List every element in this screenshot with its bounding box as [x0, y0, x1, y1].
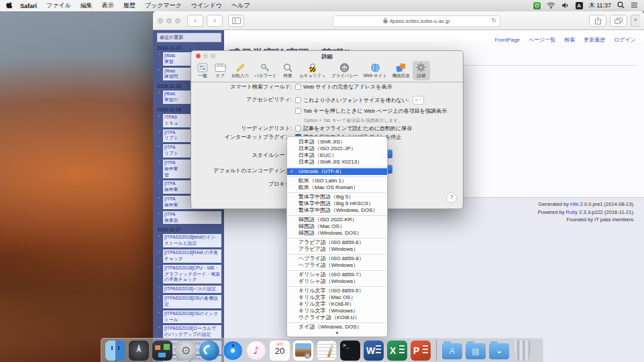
encoding-menu-item[interactable]: [288, 322, 386, 323]
menu-bar-item[interactable]: 履歴: [119, 1, 140, 10]
sidebar-link[interactable]: [ITPA 換事前: [163, 211, 221, 225]
applications-folder-icon[interactable]: A: [442, 343, 462, 359]
encoding-menu-item[interactable]: [288, 192, 386, 193]
system-preferences-icon[interactable]: ⚙: [176, 341, 196, 361]
finder-icon[interactable]: [105, 341, 125, 361]
tab-privacy[interactable]: プライバシー: [329, 62, 361, 80]
sidebar-link[interactable]: [ITPASS2018]RAM の不良チェック: [163, 249, 221, 263]
itunes-icon[interactable]: ♪: [246, 341, 266, 361]
wiki-nav-link[interactable]: ログイン: [614, 37, 636, 43]
notification-center-icon[interactable]: [631, 2, 638, 9]
encoding-menu-item[interactable]: 韓国語（Mac OS）: [287, 223, 387, 230]
trash-icon[interactable]: [513, 341, 533, 361]
back-button[interactable]: ‹: [187, 15, 203, 27]
window-zoom-button[interactable]: [175, 18, 180, 23]
encoding-menu-item[interactable]: [288, 238, 386, 239]
encoding-menu-item[interactable]: 日本語（Shift JIS X0213）: [287, 159, 387, 166]
dialog-close-button[interactable]: [196, 54, 201, 58]
tab-overview-button[interactable]: [610, 15, 627, 27]
checkbox-min-font-size[interactable]: [295, 97, 301, 103]
encoding-menu-item[interactable]: Unicode（UTF-8）: [287, 168, 387, 175]
menu-bar-item[interactable]: ブックマーク: [140, 1, 186, 10]
encoding-menu-item[interactable]: キリル文字（Mac OS）: [287, 294, 387, 301]
tab-tabs[interactable]: タブ: [211, 62, 229, 80]
wifi-icon[interactable]: [547, 2, 555, 10]
encoding-menu-item[interactable]: 日本語（Shift JIS）: [287, 139, 387, 145]
tab-autofill[interactable]: 自動入力: [229, 62, 252, 80]
tab-general[interactable]: 一般: [194, 62, 211, 80]
window-minimize-button[interactable]: [166, 18, 172, 23]
font-size-select[interactable]: 9▼: [413, 96, 423, 105]
menu-bar-item[interactable]: ウインドウ: [186, 1, 227, 10]
tab-advanced[interactable]: 詳細: [413, 61, 430, 80]
word-icon[interactable]: W: [364, 341, 384, 361]
spotlight-icon[interactable]: [617, 1, 625, 10]
sidebar-link[interactable]: [ITPASS2018]パスの設定: [163, 286, 221, 293]
encoding-menu-item[interactable]: キリル文字（KOI8-R）: [287, 301, 387, 308]
encoding-menu-item[interactable]: 韓国語（ISO 2022-KR）: [287, 217, 387, 223]
encoding-menu-item[interactable]: ヘブライ語（Windows）: [287, 262, 387, 269]
encoding-menu-item[interactable]: [288, 176, 386, 177]
sidebar-link[interactable]: [ITPASS2018]bindのインストールと設定: [163, 234, 221, 247]
documents-folder-icon[interactable]: ▤: [466, 343, 486, 359]
menu-bar-item[interactable]: 表示: [97, 1, 119, 10]
textedit-icon[interactable]: [317, 341, 337, 361]
wiki-nav-link[interactable]: ページ一覧: [529, 37, 555, 43]
encoding-menu-item[interactable]: ヘブライ語（ISO 8859-8）: [287, 255, 387, 262]
terminal-icon[interactable]: >_: [340, 341, 360, 361]
new-tab-button[interactable]: +: [631, 15, 640, 27]
menu-scroll-down-indicator[interactable]: ▼: [287, 330, 387, 336]
checkbox-full-address[interactable]: [295, 84, 301, 90]
apple-menu-icon[interactable]: [6, 1, 14, 10]
safari-icon[interactable]: [223, 341, 243, 361]
powerpoint-icon[interactable]: P: [411, 341, 431, 361]
encoding-menu-item[interactable]: 繁体字中国語（Windows, DOS）: [287, 207, 387, 214]
thunderbird-icon[interactable]: [199, 341, 219, 361]
reload-icon[interactable]: ↻: [491, 17, 496, 23]
encoding-menu-item[interactable]: アラビア語（ISO 8859-6）: [287, 239, 387, 246]
footer-link[interactable]: Hiki: [570, 201, 579, 207]
downloads-folder-icon[interactable]: ◒: [489, 343, 509, 359]
encoding-menu-item[interactable]: 繁体字中国語（Big 5 HKSCS）: [287, 200, 387, 207]
excel-icon[interactable]: X: [387, 341, 407, 361]
checkbox-offline-reading[interactable]: [295, 125, 301, 131]
encoding-menu-item[interactable]: 日本語（EUC）: [287, 152, 387, 159]
encoding-menu-item[interactable]: ウクライナ語（KOI8-U）: [287, 314, 387, 321]
volume-icon[interactable]: [561, 2, 570, 10]
encoding-menu-item[interactable]: ギリシャ語（ISO 8859-7）: [287, 272, 387, 278]
sidebar-link[interactable]: [ITPASS2018]ローカルでのバックアップの設定: [163, 325, 221, 339]
menu-bar-clock[interactable]: 木 11:37: [589, 1, 611, 10]
sidebar-toggle-button[interactable]: [228, 15, 244, 27]
encoding-menu-item[interactable]: キリル文字（ISO 8859-5）: [287, 288, 387, 294]
tab-websites[interactable]: Web サイト: [361, 62, 390, 80]
encoding-menu-item[interactable]: タイ語（Windows, DOS）: [287, 324, 387, 330]
menu-bar-item[interactable]: 編集: [76, 1, 97, 10]
forward-button[interactable]: ›: [207, 15, 223, 27]
sidebar-link[interactable]: [ITPASS2018]OSの各種設定: [163, 295, 221, 308]
tab-security[interactable]: セキュリティ: [297, 62, 329, 80]
share-button[interactable]: [589, 15, 606, 27]
menu-bar-item[interactable]: ファイル: [42, 1, 76, 10]
sidebar-link[interactable]: [ITPASS2018]OSのインストール: [163, 310, 221, 324]
wiki-nav-link[interactable]: FrontPage: [495, 37, 520, 43]
encoding-menu-item[interactable]: [288, 215, 386, 216]
launchpad-icon[interactable]: [129, 341, 149, 361]
calendar-icon[interactable]: 12月20: [270, 341, 290, 361]
encoding-menu-item[interactable]: 韓国語（Windows, DOS）: [287, 230, 387, 237]
tab-passwords[interactable]: パスワード: [252, 62, 279, 80]
encoding-menu-item[interactable]: [288, 270, 386, 271]
encoding-menu-item[interactable]: 日本語（ISO 2022-JP）: [287, 145, 387, 152]
help-button[interactable]: ?: [446, 192, 457, 203]
encoding-menu-item[interactable]: ギリシャ語（Windows）: [287, 278, 387, 285]
address-bar[interactable]: itpass.scitec.kobe-u.ac.jp ↻: [333, 15, 500, 27]
wiki-nav-link[interactable]: 検索: [564, 37, 575, 43]
encoding-menu-item[interactable]: キリル文字（Windows）: [287, 308, 387, 314]
window-close-button[interactable]: [158, 18, 163, 23]
encoding-menu-item[interactable]: [288, 167, 386, 168]
encoding-menu-item[interactable]: 欧米（ISO Latin 1）: [287, 178, 387, 184]
menu-bar-item[interactable]: Safari: [14, 3, 42, 9]
checkbox-tab-highlight[interactable]: [295, 108, 301, 114]
tab-search[interactable]: 検索: [279, 62, 297, 80]
sidebar-link[interactable]: [ITPASS2018]CPU・MB・グラフィックボード・電源の不良チェック: [163, 265, 221, 284]
status-app-icon[interactable]: [533, 2, 541, 9]
